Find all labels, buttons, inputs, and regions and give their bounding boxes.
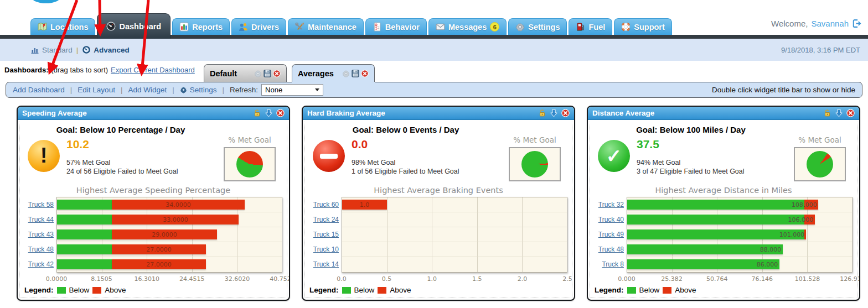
widget-titlebar[interactable]: Distance Average — [588, 107, 859, 120]
bar-chart-icon — [30, 45, 39, 54]
average-value: 37.5 — [637, 138, 787, 151]
legend-below-text: Below — [69, 286, 90, 294]
tab-label: Maintenance — [308, 23, 356, 32]
tab-save-icon[interactable] — [264, 70, 271, 77]
status-glyph: ✓ — [606, 147, 622, 165]
bar-value-label: 106.000 — [788, 216, 815, 223]
unlock-icon[interactable] — [538, 109, 546, 117]
advanced-view-link[interactable]: Advanced — [82, 45, 130, 54]
chart-plot-area: 34.000033.000029.000027.000027.0000 — [56, 197, 282, 273]
standard-view-link[interactable]: Standard — [30, 45, 73, 54]
toolbar-separator: | — [70, 86, 73, 94]
widget-info-row: !10.257% Met Goal24 of 56 Eligible Faile… — [24, 134, 282, 181]
truck-link[interactable]: Truck 49 — [598, 231, 624, 238]
widget-close-icon[interactable] — [846, 109, 855, 117]
tab-locations[interactable]: Locations — [30, 18, 95, 35]
met-goal-pie-chart — [521, 151, 548, 178]
refresh-select[interactable]: None — [261, 84, 323, 96]
bar-below-goal — [627, 200, 804, 210]
truck-link[interactable]: Truck 43 — [28, 231, 54, 238]
bar-below-goal — [57, 229, 112, 239]
tab-messages[interactable]: Messages6 — [428, 18, 507, 35]
tab-close-icon[interactable] — [273, 70, 281, 77]
widget-title: Hard Braking Average — [307, 109, 385, 117]
tab-save-icon[interactable] — [352, 70, 359, 77]
toolbar-link-label: Edit Layout — [78, 86, 115, 94]
truck-link[interactable]: Truck 44 — [28, 216, 54, 223]
export-dashboard-link[interactable]: Export Current Dashboard — [111, 66, 195, 74]
dashboard-tab-averages[interactable]: Averages — [292, 64, 375, 82]
tab-behavior[interactable]: Behavior — [365, 18, 427, 35]
tab-reports[interactable]: Reports — [172, 18, 230, 35]
tab-settings-icon[interactable] — [342, 70, 350, 77]
welcome-prefix: Welcome, — [771, 19, 808, 28]
truck-link[interactable]: Truck 32 — [598, 201, 624, 208]
unlock-icon[interactable] — [253, 109, 261, 117]
chart-title: Highest Average Braking Events — [309, 186, 567, 195]
collapse-icon[interactable] — [550, 109, 558, 117]
truck-link[interactable]: Truck 48 — [598, 246, 624, 253]
logout-icon[interactable] — [852, 19, 861, 28]
tab-close-icon[interactable] — [361, 70, 369, 77]
widget-close-icon[interactable] — [276, 109, 285, 117]
chart-row: 88.000 — [627, 242, 852, 257]
dashboard-tab-icons — [254, 70, 281, 77]
truck-link[interactable]: Truck 42 — [28, 260, 54, 268]
bar-value-label: 29.0000 — [152, 231, 177, 238]
tab-drivers[interactable]: Drivers — [231, 18, 286, 35]
toolbar-link-add-dashboard[interactable]: Add Dashboard — [13, 86, 65, 94]
widget-title: Distance Average — [592, 109, 654, 117]
tab-maintenance[interactable]: Maintenance — [288, 18, 364, 35]
chart-legend: Legend:BelowAbove — [24, 286, 282, 294]
chart-row — [342, 227, 567, 242]
tab-fuel[interactable]: Fuel — [569, 18, 612, 35]
life-ring-icon — [621, 22, 631, 32]
username-link[interactable]: Savannah — [811, 19, 849, 28]
pie-box — [224, 147, 276, 181]
bar-value-label: 1.0 — [360, 201, 370, 208]
widget-titlebar[interactable]: Hard Braking Average — [303, 107, 574, 120]
failed-to-meet-line: 3 of 47 Eligible Failed to Meet Goal — [637, 168, 787, 175]
tab-settings-icon[interactable] — [254, 70, 262, 77]
truck-link[interactable]: Truck 15 — [313, 231, 339, 238]
pie-label: % Met Goal — [217, 135, 282, 144]
toolbar-link-settings[interactable]: Settings — [180, 86, 217, 94]
dashboard-tab-default[interactable]: Default — [204, 64, 287, 82]
truck-link[interactable]: Truck 48 — [28, 246, 54, 253]
chart-category-row: Truck 60 — [309, 197, 342, 212]
chart-row: 27.0000 — [57, 257, 282, 272]
gear-icon — [515, 22, 525, 32]
widgets-row: Speeding AverageGoal: Below 10 Percentag… — [0, 98, 868, 301]
truck-link[interactable]: Truck 58 — [28, 201, 54, 208]
collapse-icon[interactable] — [835, 109, 843, 117]
axis-tick: 24.4515 — [179, 275, 205, 283]
collapse-icon[interactable] — [265, 109, 273, 117]
truck-link[interactable]: Truck 8 — [602, 260, 624, 268]
truck-link[interactable]: Truck 10 — [313, 246, 339, 253]
toolbar-link-edit-layout[interactable]: Edit Layout — [78, 86, 115, 94]
tab-label: Locations — [50, 23, 88, 32]
truck-link[interactable]: Truck 60 — [313, 201, 339, 208]
axis-tick: 0.0000 — [46, 275, 68, 283]
truck-link[interactable]: Truck 40 — [598, 216, 624, 223]
legend-above-swatch — [378, 287, 386, 294]
toolbar-separator: | — [121, 86, 123, 94]
unlock-icon[interactable] — [823, 109, 831, 117]
bar-chart: Truck 32Truck 40Truck 49Truck 48Truck 81… — [595, 197, 852, 273]
goal-text: Goal: Below 100 Miles / Day — [595, 125, 852, 134]
chart-category-row: Truck 14 — [309, 257, 342, 272]
bar-chart-icon — [179, 22, 189, 32]
dashboard-tab-label: Default — [210, 69, 237, 78]
widget-titlebar[interactable]: Speeding Average — [18, 107, 289, 120]
tab-support[interactable]: Support — [614, 18, 672, 35]
chart-category-labels: Truck 60Truck 24Truck 15Truck 10Truck 14 — [309, 197, 342, 273]
tab-settings[interactable]: Settings — [508, 18, 567, 35]
truck-link[interactable]: Truck 24 — [313, 216, 339, 223]
chart-plot-area: 108.000106.000101.00088.00086.000 — [627, 197, 852, 273]
tab-dashboard[interactable]: Dashboard — [97, 13, 170, 39]
truck-link[interactable]: Truck 14 — [313, 260, 339, 268]
met-goal-line: 94% Met Goal — [637, 159, 787, 166]
toolbar-link-add-widget[interactable]: Add Widget — [128, 86, 167, 94]
chart-category-labels: Truck 32Truck 40Truck 49Truck 48Truck 8 — [595, 197, 627, 273]
widget-close-icon[interactable] — [561, 109, 570, 117]
